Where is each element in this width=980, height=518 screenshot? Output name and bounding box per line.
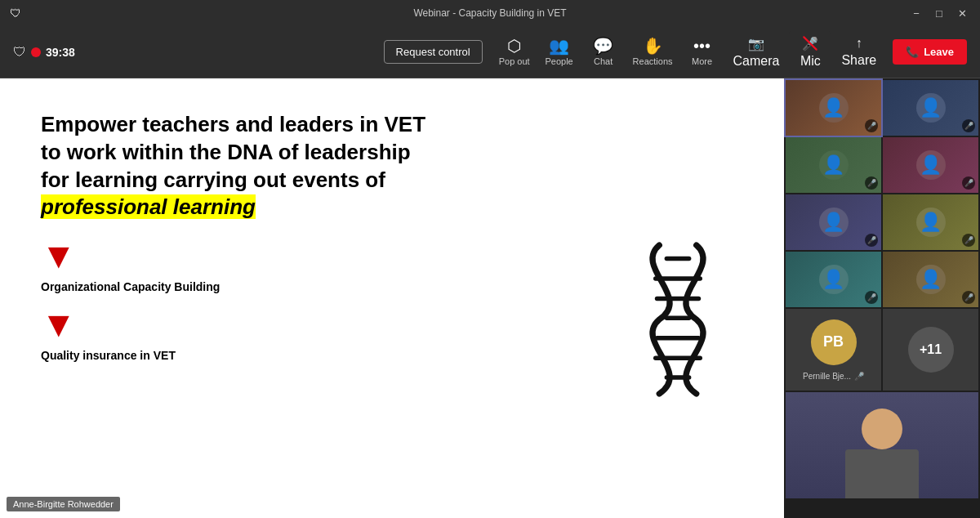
participant-tile-4[interactable]: 👤 🎤 xyxy=(883,137,978,193)
minimize-button[interactable]: − xyxy=(908,5,924,21)
mic-off-badge-5: 🎤 xyxy=(865,234,878,247)
item-label-2: Quality insurance in VET xyxy=(41,349,176,362)
bottom-tiles: PB Pernille Bje... 🎤 +11 xyxy=(786,309,978,391)
slide-body: ▼ Organizational Capacity Building ▼ Qua… xyxy=(41,238,743,401)
user-name: Pernille Bje... xyxy=(803,372,851,381)
reactions-icon: ✋ xyxy=(643,38,663,54)
window-controls: − □ ✕ xyxy=(908,5,970,21)
participant-tile-7[interactable]: 👤 🎤 xyxy=(786,252,881,307)
app-icon: 🛡 xyxy=(10,7,21,20)
more-button[interactable]: ••• More xyxy=(681,33,724,71)
mic-off-badge-7: 🎤 xyxy=(865,291,878,304)
camera-label: Camera xyxy=(733,54,780,69)
recording-indicator: 🛡 39:38 xyxy=(13,45,75,60)
chat-icon: 💬 xyxy=(593,38,613,54)
participant-tile-8[interactable]: 👤 🎤 xyxy=(883,252,978,307)
participant-avatar-3: 👤 xyxy=(819,150,849,180)
user-initials: PB xyxy=(823,333,844,351)
mic-icon: 🎤 xyxy=(802,36,818,51)
participant-tile-2[interactable]: 👤 🎤 xyxy=(883,80,978,136)
popout-button[interactable]: ⬡ Pop out xyxy=(492,33,537,71)
recording-dot xyxy=(31,47,41,57)
participant-avatar-4: 👤 xyxy=(916,150,946,180)
shield-icon: 🛡 xyxy=(13,45,26,60)
share-icon: ↑ xyxy=(856,36,862,51)
mic-label: Mic xyxy=(800,54,821,69)
camera-button[interactable]: 📷 Camera xyxy=(727,31,786,74)
main-content: Empower teachers and leaders in VET to w… xyxy=(0,78,980,518)
popout-icon: ⬡ xyxy=(507,38,521,54)
more-label: More xyxy=(692,56,712,66)
user-avatar: PB xyxy=(811,319,857,365)
slide-left: ▼ Organizational Capacity Building ▼ Qua… xyxy=(41,238,580,401)
leave-button[interactable]: 📞 Leave xyxy=(893,39,967,65)
participant-tile-1[interactable]: 👤 🎤 xyxy=(786,80,881,136)
user-mic-icon: 🎤 xyxy=(854,372,864,381)
presenter-head xyxy=(862,409,902,449)
presenter-body xyxy=(845,449,919,498)
slide-title-highlight: professional learning xyxy=(41,194,256,219)
share-button[interactable]: ↑ Share xyxy=(835,31,883,73)
request-control-button[interactable]: Request control xyxy=(384,40,483,64)
chat-button[interactable]: 💬 Chat xyxy=(582,33,625,71)
sidebar: 👤 🎤 👤 🎤 👤 🎤 👤 🎤 👤 🎤 👤 🎤 xyxy=(784,78,980,518)
arrow-item-2: ▼ Quality insurance in VET xyxy=(41,306,580,362)
camera-icon: 📷 xyxy=(748,36,764,51)
slide-area: Empower teachers and leaders in VET to w… xyxy=(0,78,784,518)
slide-right xyxy=(612,238,743,401)
participant-grid: 👤 🎤 👤 🎤 👤 🎤 👤 🎤 👤 🎤 👤 🎤 xyxy=(786,80,978,307)
mic-button[interactable]: 🎤 Mic xyxy=(789,31,831,74)
mic-off-badge-1: 🎤 xyxy=(865,119,878,132)
people-icon: 👥 xyxy=(549,38,569,54)
mic-off-badge-3: 🎤 xyxy=(865,176,878,190)
leave-phone-icon: 📞 xyxy=(906,46,919,58)
participant-avatar-5: 👤 xyxy=(819,208,849,237)
maximize-button[interactable]: □ xyxy=(931,5,947,21)
people-button[interactable]: 👥 People xyxy=(538,33,581,71)
mic-off-badge-8: 🎤 xyxy=(962,291,975,304)
red-arrow-1: ▼ xyxy=(41,238,77,274)
mic-off-badge-4: 🎤 xyxy=(962,176,975,190)
main-presenter-tile[interactable] xyxy=(786,392,978,498)
close-button[interactable]: ✕ xyxy=(954,5,970,21)
slide-title-text1: Empower teachers and leaders in VET to w… xyxy=(41,112,425,192)
leave-label: Leave xyxy=(924,46,954,58)
slide-title: Empower teachers and leaders in VET to w… xyxy=(41,111,433,221)
participant-tile-3[interactable]: 👤 🎤 xyxy=(786,137,881,193)
extra-count: +11 xyxy=(920,342,942,357)
extra-count-circle: +11 xyxy=(908,327,954,373)
reactions-label: Reactions xyxy=(633,56,673,66)
item-label-1: Organizational Capacity Building xyxy=(41,280,220,293)
participant-avatar-6: 👤 xyxy=(916,208,946,237)
toolbar: 🛡 39:38 Request control ⬡ Pop out 👥 Peop… xyxy=(0,26,980,78)
share-label: Share xyxy=(841,53,876,68)
timer-display: 39:38 xyxy=(46,46,75,59)
presenter-name: Anne-Birgitte Rohwedder xyxy=(7,497,120,511)
slide-content: Empower teachers and leaders in VET to w… xyxy=(0,78,784,518)
more-icon: ••• xyxy=(693,38,710,54)
toolbar-actions: ⬡ Pop out 👥 People 💬 Chat ✋ Reactions ••… xyxy=(492,33,724,71)
participant-tile-5[interactable]: 👤 🎤 xyxy=(786,194,881,250)
participant-avatar-8: 👤 xyxy=(916,265,946,294)
participant-avatar-1: 👤 xyxy=(819,93,849,123)
window-title: Webinar - Capacity Building in VET xyxy=(413,7,566,19)
popout-label: Pop out xyxy=(499,56,530,66)
participant-avatar-2: 👤 xyxy=(916,93,946,123)
presenter-figure xyxy=(786,392,978,498)
chat-label: Chat xyxy=(594,56,612,66)
participant-tile-6[interactable]: 👤 🎤 xyxy=(883,194,978,250)
arrow-item-1: ▼ Organizational Capacity Building xyxy=(41,238,580,293)
dna-illustration xyxy=(612,238,743,401)
red-arrow-2: ▼ xyxy=(41,306,77,342)
people-label: People xyxy=(545,56,572,66)
reactions-button[interactable]: ✋ Reactions xyxy=(626,33,679,71)
toolbar-center: Request control ⬡ Pop out 👥 People 💬 Cha… xyxy=(384,33,724,71)
mic-off-badge-6: 🎤 xyxy=(962,234,975,247)
avatar-tile-user[interactable]: PB Pernille Bje... 🎤 xyxy=(786,309,881,391)
participant-avatar-7: 👤 xyxy=(819,265,849,294)
toolbar-right: 📷 Camera 🎤 Mic ↑ Share 📞 Leave xyxy=(727,31,967,74)
toolbar-left: 🛡 39:38 xyxy=(13,45,381,60)
mic-off-badge-2: 🎤 xyxy=(962,119,975,132)
extra-participants-tile[interactable]: +11 xyxy=(883,309,978,391)
title-bar: 🛡 Webinar - Capacity Building in VET − □… xyxy=(0,0,980,26)
